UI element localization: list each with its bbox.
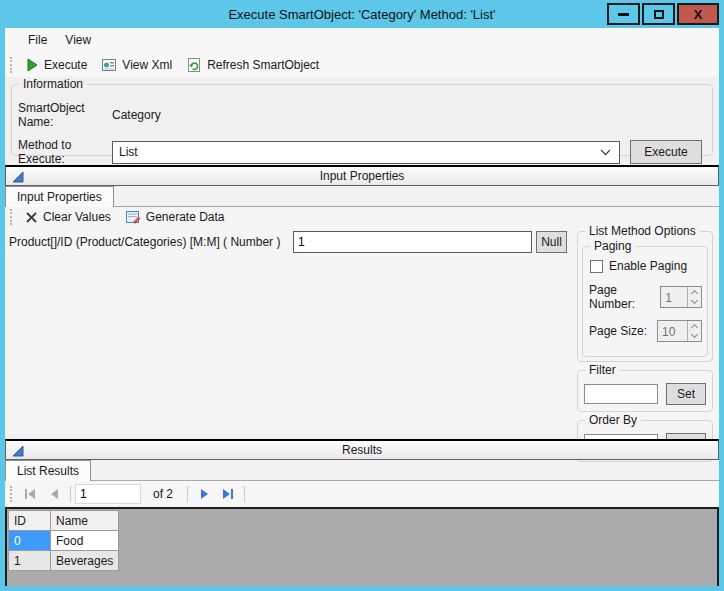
grid-cell-id[interactable]: 0 <box>9 531 51 551</box>
order-by-group-label: Order By <box>585 413 641 427</box>
maximize-button[interactable] <box>642 3 675 25</box>
page-number-up-button[interactable] <box>688 287 701 297</box>
refresh-smartobject-label: Refresh SmartObject <box>207 58 319 72</box>
paging-group: Paging Enable Paging Page Number: 1 <box>582 246 708 357</box>
page-number-spinner[interactable]: 1 <box>660 286 702 308</box>
page-number-label: Page Number: <box>589 283 660 311</box>
first-page-icon <box>24 489 36 499</box>
input-properties-panel-header[interactable]: Input Properties <box>5 165 719 186</box>
results-grid: ID Name 0 Food 1 Beverages <box>8 510 119 571</box>
input-properties-body: Product[]/ID (Product/Categories) [M:M] … <box>5 227 719 462</box>
window-content: File View Execute View Xml <box>5 28 719 586</box>
main-toolbar: Execute View Xml Refresh SmartOb <box>5 52 719 77</box>
grid-row: 0 Food <box>9 531 119 551</box>
collapse-triangle-icon[interactable] <box>12 445 24 457</box>
collapse-triangle-icon[interactable] <box>12 171 24 183</box>
page-size-down-button[interactable] <box>688 331 701 341</box>
grid-header-id[interactable]: ID <box>9 511 51 531</box>
enable-paging-label: Enable Paging <box>609 259 687 273</box>
filter-input[interactable] <box>584 384 658 404</box>
input-properties-page: Clear Values Generate Data Product[]/ID … <box>5 207 719 435</box>
minimize-button[interactable] <box>607 3 640 25</box>
filter-set-button[interactable]: Set <box>666 383 706 405</box>
menu-bar: File View <box>5 28 719 52</box>
method-row: Method to Execute: List Execute <box>18 138 702 166</box>
results-tabstrip: List Results <box>5 460 719 481</box>
chevron-down-icon <box>600 149 611 156</box>
information-group-label: Information <box>19 77 87 91</box>
grid-cell-id[interactable]: 1 <box>9 551 51 571</box>
execute-method-button[interactable]: Execute <box>630 140 702 164</box>
input-properties-tabstrip: Input Properties <box>5 186 719 207</box>
results-panel-title: Results <box>342 443 382 457</box>
paging-group-label: Paging <box>590 239 635 253</box>
titlebar: Execute SmartObject: 'Category' Method: … <box>0 0 724 28</box>
menu-view[interactable]: View <box>56 30 100 50</box>
page-size-spinner[interactable]: 10 <box>657 320 702 342</box>
generate-data-button[interactable]: Generate Data <box>118 207 232 227</box>
chevron-down-icon <box>691 331 698 338</box>
pager-grip[interactable] <box>10 486 13 502</box>
pager-separator <box>70 486 71 502</box>
page-number-row: Page Number: 1 <box>589 283 702 311</box>
minimize-icon <box>618 13 629 16</box>
product-id-input[interactable] <box>293 231 532 253</box>
results-panel-header[interactable]: Results <box>5 439 719 460</box>
filter-group-label: Filter <box>585 363 620 377</box>
grid-cell-name[interactable]: Food <box>51 531 119 551</box>
page-count-label: of 2 <box>153 487 173 501</box>
last-page-icon <box>222 489 234 499</box>
pager-separator <box>187 486 188 502</box>
results-pager: of 2 <box>5 481 719 507</box>
tab-input-properties[interactable]: Input Properties <box>5 186 114 207</box>
clear-values-button[interactable]: Clear Values <box>18 208 118 226</box>
page-size-up-button[interactable] <box>688 321 701 331</box>
list-method-options-column: List Method Options Paging Enable Paging… <box>577 231 713 462</box>
xml-document-icon <box>101 57 117 73</box>
menu-file[interactable]: File <box>19 30 56 50</box>
enable-paging-checkbox[interactable] <box>590 260 603 273</box>
next-page-button[interactable] <box>192 484 216 504</box>
null-button[interactable]: Null <box>536 231 567 253</box>
filter-row: Set <box>584 383 706 405</box>
grid-cell-name[interactable]: Beverages <box>51 551 119 571</box>
page-size-label: Page Size: <box>589 324 647 338</box>
execute-smartobject-window: Execute SmartObject: 'Category' Method: … <box>0 0 724 591</box>
view-xml-label: View Xml <box>122 58 172 72</box>
execute-toolbar-button[interactable]: Execute <box>18 56 94 74</box>
enable-paging-row: Enable Paging <box>590 259 702 273</box>
next-page-icon <box>199 489 209 499</box>
method-to-execute-label: Method to Execute: <box>18 138 104 166</box>
refresh-smartobject-button[interactable]: Refresh SmartObject <box>179 55 326 75</box>
input-toolbar-grip[interactable] <box>10 209 13 225</box>
list-method-options-label: List Method Options <box>585 224 700 238</box>
page-size-row: Page Size: 10 <box>589 320 702 342</box>
previous-page-icon <box>49 489 59 499</box>
smartobject-name-value: Category <box>104 108 161 122</box>
method-combobox[interactable]: List <box>112 141 620 164</box>
execute-toolbar-label: Execute <box>44 58 87 72</box>
close-button[interactable]: X <box>677 3 719 25</box>
first-page-button[interactable] <box>18 484 42 504</box>
generate-data-label: Generate Data <box>146 210 225 224</box>
last-page-button[interactable] <box>216 484 240 504</box>
grid-header-name[interactable]: Name <box>51 511 119 531</box>
pager-separator <box>244 486 245 502</box>
chevron-down-icon <box>691 297 698 304</box>
generate-data-icon <box>125 209 141 225</box>
clear-x-icon <box>25 211 38 224</box>
previous-page-button[interactable] <box>42 484 66 504</box>
grid-header-row: ID Name <box>9 511 119 531</box>
information-group: Information SmartObject Name: Category M… <box>11 84 713 156</box>
page-number-spin-buttons <box>687 287 701 307</box>
view-xml-button[interactable]: View Xml <box>94 55 179 75</box>
page-number-value: 1 <box>661 287 687 307</box>
clear-values-label: Clear Values <box>43 210 111 224</box>
toolbar-grip[interactable] <box>10 57 13 73</box>
current-page-input[interactable] <box>75 484 141 504</box>
close-icon: X <box>694 7 703 22</box>
tab-list-results[interactable]: List Results <box>5 460 91 481</box>
smartobject-name-label: SmartObject Name: <box>18 101 104 129</box>
page-number-down-button[interactable] <box>688 297 701 307</box>
input-properties-panel-title: Input Properties <box>320 169 405 183</box>
